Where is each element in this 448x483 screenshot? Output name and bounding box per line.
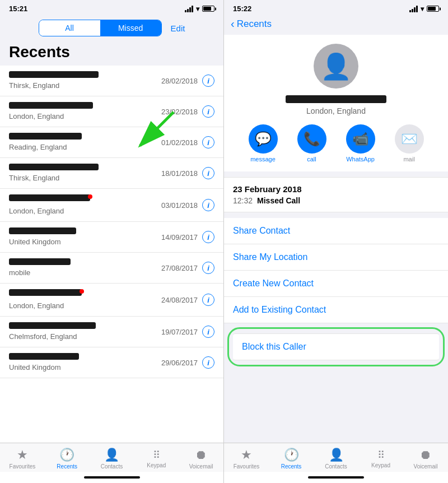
recent-date: 28/02/2018 [161,77,198,85]
battery-icon [202,6,214,12]
tab-label: Keypad [371,462,390,468]
recent-name-bar [9,133,82,140]
right-tab-recents[interactable]: 🕐 Recents [269,448,314,470]
call-icon: 📞 [297,124,326,154]
left-tab-favourites[interactable]: ★ Favourites [0,448,45,470]
recent-name-bar [9,227,76,234]
left-status-bar: 15:21 ▾ [0,0,223,15]
recent-date: 23/02/2018 [161,108,198,116]
list-item[interactable]: Chelmsford, England 19/07/2017 i [0,317,223,347]
info-button[interactable]: i [202,199,214,211]
recent-right: 18/01/2018 i [161,167,214,179]
recent-location: Chelmsford, England [9,332,77,341]
edit-button[interactable]: Edit [162,24,185,33]
info-button[interactable]: i [202,294,214,306]
home-bar [308,476,364,479]
tab-missed[interactable]: Missed [100,20,161,36]
block-section: Block this Caller [233,333,439,360]
mail-label: mail [403,156,414,162]
recent-right: 01/02/2018 i [161,136,214,148]
add-existing-item[interactable]: Add to Existing Contact [224,297,448,323]
back-chevron-icon[interactable]: ‹ [231,17,235,30]
call-status: Missed Call [257,196,300,205]
recent-date: 03/01/2018 [161,201,198,210]
left-tab-keypad[interactable]: ⠿ Keypad [134,449,179,468]
right-panel: 15:22 ▾ ‹ Recents 👤 London, England [224,0,448,483]
right-bottom-tabbar: ★ Favourites 🕐 Recents 👤 Contacts ⠿ Keyp… [224,443,448,472]
signal-icon [185,6,193,12]
right-time: 15:22 [233,4,251,13]
left-bottom-tabbar: ★ Favourites 🕐 Recents 👤 Contacts ⠿ Keyp… [0,443,223,472]
list-item[interactable]: London, England 23/02/2018 i [0,96,223,127]
left-status-icons: ▾ [185,5,214,13]
left-tab-voicemail[interactable]: ⏺ Voicemail [179,448,223,470]
info-button[interactable]: i [202,167,214,179]
recent-info: London, England [9,194,161,216]
info-button[interactable]: i [202,356,214,369]
recents-list: Thirsk, England 28/02/2018 i London, Eng… [0,66,223,443]
recent-location: United Kingdom [9,238,61,246]
tab-label: Keypad [147,462,166,468]
right-status-icons: ▾ [409,5,439,13]
list-item[interactable]: London, England 24/08/2017 i [0,284,223,317]
recent-info: mobile [9,258,161,277]
share-location-item[interactable]: Share My Location [224,244,448,271]
recent-right: 19/07/2017 i [161,326,214,338]
back-label[interactable]: Recents [237,18,272,30]
message-action-button[interactable]: 💬 message [249,124,278,162]
list-item[interactable]: United Kingdom 29/06/2017 i [0,347,223,378]
recents-icon: 🕐 [284,448,299,462]
right-tab-keypad[interactable]: ⠿ Keypad [358,449,403,468]
info-button[interactable]: i [202,105,214,118]
tab-all[interactable]: All [39,20,100,36]
list-item[interactable]: Thirsk, England 28/02/2018 i [0,66,223,96]
call-action-button[interactable]: 📞 call [297,124,326,162]
tab-label: Contacts [325,463,347,470]
info-button[interactable]: i [202,262,214,274]
recent-location: London, England [9,207,64,215]
right-battery-icon [427,6,439,12]
right-tab-voicemail[interactable]: ⏺ Voicemail [403,448,448,470]
info-button[interactable]: i [202,75,214,87]
block-caller-button[interactable]: Block this Caller [242,342,306,351]
left-tab-recents[interactable]: 🕐 Recents [45,448,90,470]
mail-icon: ✉️ [395,124,424,154]
info-button[interactable]: i [202,326,214,338]
recent-info: United Kingdom [9,227,161,247]
call-date: 23 February 2018 [233,184,439,194]
info-button[interactable]: i [202,136,214,148]
list-item[interactable]: mobile 27/08/2017 i [0,253,223,284]
left-tab-contacts[interactable]: 👤 Contacts [90,448,134,470]
right-tab-contacts[interactable]: 👤 Contacts [314,448,358,470]
recent-right: 27/08/2017 i [161,262,214,274]
avatar: 👤 [314,44,358,89]
info-button[interactable]: i [202,231,214,243]
recent-location: Thirsk, England [9,174,59,182]
right-tab-favourites[interactable]: ★ Favourites [224,448,269,470]
star-icon: ★ [241,448,252,462]
share-contact-item[interactable]: Share Contact [224,218,448,244]
message-icon: 💬 [249,124,278,154]
list-item[interactable]: London, England 03/01/2018 i [0,189,223,222]
list-item[interactable]: Reading, England 01/02/2018 i [0,127,223,158]
message-label: message [250,156,276,162]
left-panel: 15:21 ▾ All Missed Edit Recents [0,0,224,483]
call-time-row: 12:32 Missed Call [233,196,439,205]
tab-label: Favourites [234,463,260,470]
recent-date: 19/07/2017 [161,328,198,336]
wifi-icon: ▾ [196,5,199,13]
tab-label: Recents [57,463,77,470]
whatsapp-icon: 📹 [346,124,375,154]
contact-name-bar [286,95,386,103]
create-contact-item[interactable]: Create New Contact [224,271,448,297]
list-item[interactable]: Thirsk, England 18/01/2018 i [0,158,223,189]
person-icon: 👤 [320,54,352,79]
recent-date: 27/08/2017 [161,264,198,272]
call-info-section: 23 February 2018 12:32 Missed Call [224,177,448,212]
contact-section: 👤 London, England 💬 message 📞 call 📹 Wha… [224,35,448,171]
mail-action-button[interactable]: ✉️ mail [395,124,424,162]
voicemail-icon: ⏺ [419,448,432,462]
whatsapp-action-button[interactable]: 📹 WhatsApp [346,124,375,162]
recents-title: Recents [0,41,223,66]
list-item[interactable]: United Kingdom 14/09/2017 i [0,222,223,253]
